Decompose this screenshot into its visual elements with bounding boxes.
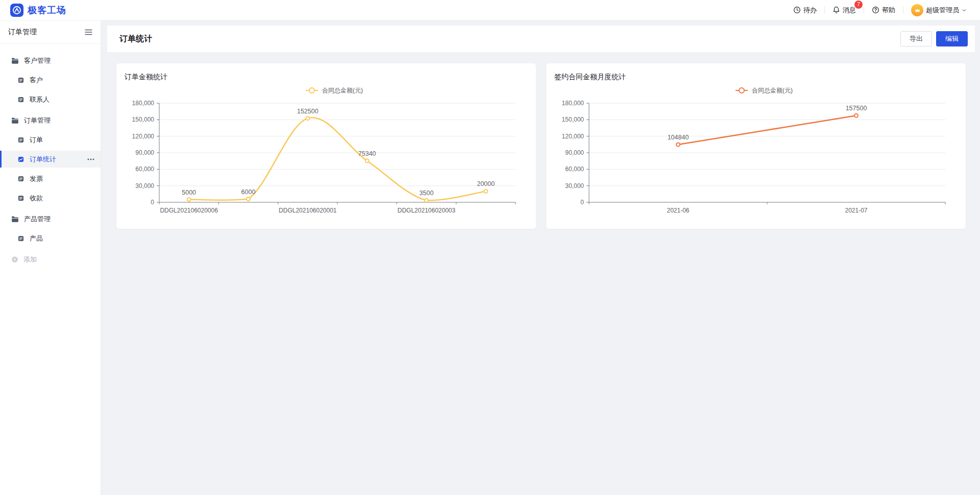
sidebar-title: 订单管理 (8, 28, 37, 37)
chevron-down-icon (962, 8, 967, 13)
navbar-right: 待办 消息 7 帮助 (793, 4, 967, 16)
svg-text:合同总金额(元): 合同总金额(元) (752, 87, 793, 94)
sidebar-item-order-management[interactable]: 订单管理 (0, 112, 101, 129)
sidebar-item-customer-management[interactable]: 客户管理 (0, 52, 101, 69)
svg-text:30,000: 30,000 (135, 182, 154, 190)
doc-icon (17, 235, 24, 242)
top-navbar: 极客工场 待办 消息 7 (0, 0, 980, 20)
svg-text:120,000: 120,000 (562, 133, 584, 140)
svg-text:0: 0 (580, 199, 584, 206)
charts-row: 订单金额统计 合同总金额(元)030,00060,00090,000120,00… (107, 52, 975, 240)
chart-title: 订单金额统计 (125, 73, 528, 82)
doc-icon (17, 195, 24, 202)
sidebar-item-label: 订单管理 (24, 116, 51, 125)
svg-text:90,000: 90,000 (135, 149, 154, 156)
sidebar-item-label: 产品 (30, 234, 43, 243)
page-header: 订单统计 导出 编辑 (107, 26, 975, 52)
folder-icon (11, 117, 19, 124)
main-area: 订单统计 导出 编辑 订单金额统计 合同总金额(元)030,00060,0009… (101, 20, 980, 495)
svg-text:6000: 6000 (241, 188, 256, 196)
sidebar-item-label: 订单 (30, 135, 43, 145)
svg-text:DDGL202106020001: DDGL202106020001 (279, 207, 337, 214)
chart-canvas[interactable]: 合同总金额(元)030,00060,00090,000120,000150,00… (125, 84, 528, 221)
chart-canvas[interactable]: 合同总金额(元)030,00060,00090,000120,000150,00… (554, 84, 958, 221)
svg-text:150,000: 150,000 (132, 116, 155, 123)
chart-icon (17, 156, 24, 163)
user-name: 超级管理员 (926, 6, 959, 15)
logo-icon (10, 4, 23, 17)
header-buttons: 导出 编辑 (900, 31, 968, 46)
svg-text:DDGL202106020003: DDGL202106020003 (398, 207, 456, 214)
user-menu[interactable]: 超级管理员 (911, 4, 967, 16)
sidebar-item-products[interactable]: 产品 (0, 230, 101, 247)
doc-icon (17, 136, 24, 144)
sidebar-item-invoices[interactable]: 发票 (0, 170, 101, 187)
sidebar-item-label: 客户 (30, 76, 43, 85)
svg-text:157500: 157500 (846, 105, 867, 112)
sidebar-item-contacts[interactable]: 联系人 (0, 91, 101, 108)
sidebar-item-label: 发票 (30, 174, 43, 183)
svg-text:90,000: 90,000 (565, 149, 584, 156)
sidebar-item-order-statistics[interactable]: 订单统计 (0, 151, 101, 168)
divider (824, 7, 825, 14)
messages-label: 消息 (843, 6, 856, 15)
clock-icon (793, 6, 801, 14)
svg-text:3500: 3500 (420, 190, 434, 197)
todo-menu-item[interactable]: 待办 (793, 6, 817, 15)
sidebar-item-add[interactable]: 添加 (0, 251, 101, 268)
svg-text:合同总金额(元): 合同总金额(元) (322, 87, 363, 94)
svg-text:5000: 5000 (182, 189, 196, 196)
plus-circle-icon (11, 256, 18, 263)
svg-text:120,000: 120,000 (132, 133, 155, 140)
svg-text:2021-06: 2021-06 (667, 207, 689, 214)
brand-name: 极客工场 (28, 4, 66, 16)
svg-text:152500: 152500 (297, 108, 318, 115)
avatar (911, 4, 923, 16)
page-title: 订单统计 (119, 34, 152, 44)
svg-text:104840: 104840 (668, 134, 689, 141)
app-logo[interactable]: 极客工场 (10, 4, 66, 17)
svg-text:2021-07: 2021-07 (845, 207, 867, 214)
svg-text:180,000: 180,000 (562, 100, 584, 107)
svg-text:180,000: 180,000 (132, 100, 155, 107)
sidebar-item-product-management[interactable]: 产品管理 (0, 210, 101, 227)
sidebar-item-label: 联系人 (30, 95, 50, 104)
sidebar-menu: 客户管理客户联系人订单管理订单订单统计发票收款产品管理产品添加 (0, 44, 101, 274)
sidebar-item-label: 收款 (30, 194, 43, 203)
svg-text:DDGL202106020006: DDGL202106020006 (160, 207, 218, 214)
divider (864, 7, 864, 14)
svg-text:20000: 20000 (477, 180, 495, 187)
chart-card-order-amount: 订单金额统计 合同总金额(元)030,00060,00090,000120,00… (116, 63, 536, 229)
sidebar-item-label: 订单统计 (30, 155, 56, 164)
folder-icon (11, 216, 19, 223)
sidebar-item-orders[interactable]: 订单 (0, 131, 101, 148)
bell-icon (832, 6, 840, 14)
svg-text:30,000: 30,000 (565, 182, 584, 190)
sidebar: 订单管理 客户管理客户联系人订单管理订单订单统计发票收款产品管理产品添加 (0, 20, 101, 495)
help-menu-item[interactable]: 帮助 (872, 6, 895, 15)
doc-icon (17, 175, 24, 182)
svg-text:0: 0 (151, 199, 154, 206)
sidebar-header: 订单管理 (0, 20, 101, 44)
sidebar-item-label: 产品管理 (24, 215, 51, 224)
help-label: 帮助 (882, 6, 895, 15)
svg-text:60,000: 60,000 (565, 166, 584, 173)
svg-text:60,000: 60,000 (135, 166, 154, 173)
messages-badge: 7 (854, 1, 863, 9)
sidebar-item-label: 客户管理 (24, 56, 51, 65)
sidebar-item-label: 添加 (23, 255, 37, 264)
svg-text:75340: 75340 (358, 150, 376, 157)
sidebar-item-payments[interactable]: 收款 (0, 190, 101, 206)
more-actions-icon[interactable] (87, 158, 94, 160)
messages-menu-item[interactable]: 消息 7 (832, 6, 856, 15)
folder-icon (11, 57, 19, 64)
collapse-sidebar-icon[interactable] (85, 29, 92, 35)
sidebar-item-customers[interactable]: 客户 (0, 72, 101, 88)
crown-icon (914, 7, 921, 13)
edit-button[interactable]: 编辑 (936, 31, 968, 46)
chart-card-monthly-contract: 签约合同金额月度统计 合同总金额(元)030,00060,00090,00012… (546, 63, 966, 229)
doc-icon (17, 77, 24, 84)
export-button[interactable]: 导出 (900, 31, 932, 46)
question-circle-icon (872, 6, 879, 14)
divider (903, 7, 903, 14)
